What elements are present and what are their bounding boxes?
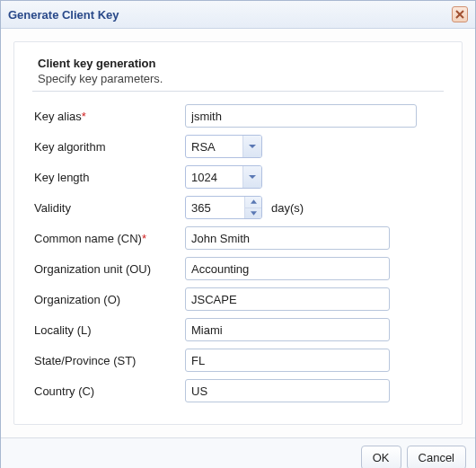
validity-value: 365 [186, 197, 245, 218]
spinner-up-button[interactable] [245, 197, 261, 208]
row-state: State/Province (ST) [32, 349, 444, 372]
validity-spinner[interactable]: 365 [185, 196, 262, 219]
row-key-alias: Key alias* [32, 104, 444, 128]
heading-subtitle: Specify key parameters. [38, 72, 444, 85]
key-length-select[interactable]: 1024 [185, 165, 262, 189]
label-validity: Validity [32, 201, 185, 215]
row-validity: Validity 365 day(s) [32, 196, 444, 219]
row-common-name: Common name (CN)* [32, 226, 444, 250]
close-button[interactable] [452, 6, 468, 22]
state-input[interactable] [185, 349, 390, 372]
label-locality: Locality (L) [32, 323, 185, 337]
row-key-length: Key length 1024 [32, 165, 444, 189]
content-area: Client key generation Specify key parame… [1, 29, 475, 437]
dialog-footer: OK Cancel [1, 437, 475, 468]
generate-client-key-dialog: Generate Client Key Client key generatio… [0, 0, 476, 468]
label-key-alias: Key alias* [32, 110, 185, 123]
validity-suffix: day(s) [271, 201, 304, 215]
label-key-length: Key length [32, 171, 185, 184]
label-org-unit: Organization unit (OU) [32, 262, 185, 276]
label-common-name: Common name (CN)* [32, 232, 185, 245]
label-country: Country (C) [32, 384, 185, 398]
key-algorithm-value: RSA [186, 136, 243, 157]
row-org-unit: Organization unit (OU) [32, 257, 444, 280]
row-key-algorithm: Key algorithm RSA [32, 135, 444, 158]
titlebar: Generate Client Key [1, 1, 475, 29]
spinner-down-button[interactable] [245, 208, 261, 219]
key-length-value: 1024 [186, 166, 243, 188]
row-country: Country (C) [32, 379, 444, 402]
key-alias-input[interactable] [185, 104, 417, 128]
heading-block: Client key generation Specify key parame… [32, 57, 444, 92]
form: Key alias* Key algorithm RSA [32, 104, 444, 402]
label-key-algorithm: Key algorithm [32, 140, 185, 154]
required-marker: * [142, 232, 146, 245]
organization-input[interactable] [185, 287, 390, 311]
cancel-button[interactable]: Cancel [407, 446, 466, 468]
locality-input[interactable] [185, 318, 390, 341]
country-input[interactable] [185, 379, 390, 402]
label-state: State/Province (ST) [32, 354, 185, 367]
chevron-down-icon [243, 136, 261, 157]
required-marker: * [82, 110, 86, 123]
row-locality: Locality (L) [32, 318, 444, 341]
chevron-down-icon [243, 166, 261, 188]
key-algorithm-select[interactable]: RSA [185, 135, 262, 158]
org-unit-input[interactable] [185, 257, 390, 280]
common-name-input[interactable] [185, 226, 390, 250]
label-organization: Organization (O) [32, 293, 185, 306]
heading-title: Client key generation [38, 57, 444, 70]
row-organization: Organization (O) [32, 287, 444, 311]
close-icon [455, 8, 464, 22]
form-panel: Client key generation Specify key parame… [13, 41, 463, 425]
dialog-title: Generate Client Key [8, 8, 119, 22]
ok-button[interactable]: OK [361, 446, 401, 468]
